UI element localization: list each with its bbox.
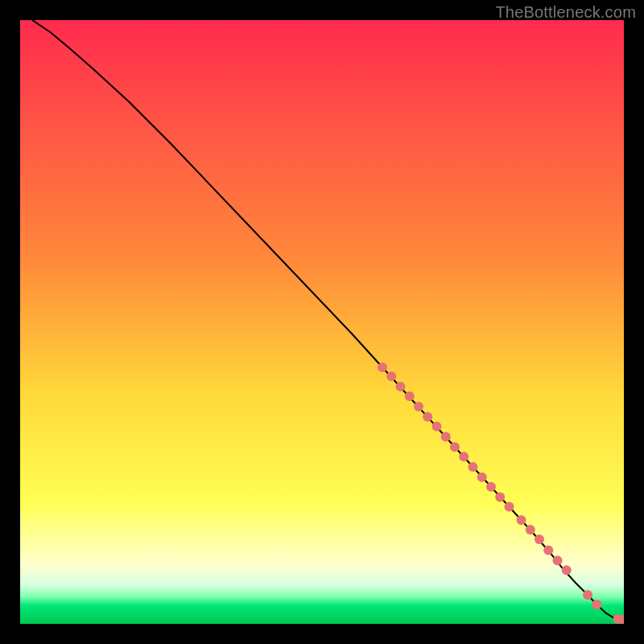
data-point — [386, 372, 396, 382]
data-point — [423, 412, 432, 422]
data-point — [459, 452, 469, 461]
data-point — [432, 422, 442, 431]
data-point — [378, 362, 387, 372]
chart-stage: TheBottleneck.com — [0, 0, 644, 644]
data-point — [543, 546, 553, 555]
data-point — [414, 402, 423, 411]
data-point — [553, 555, 563, 565]
data-point — [477, 473, 487, 482]
data-point — [592, 600, 601, 609]
data-point — [535, 535, 544, 544]
data-point — [441, 432, 451, 442]
data-point — [562, 565, 572, 575]
data-point — [505, 502, 514, 512]
attribution-text: TheBottleneck.com — [495, 3, 636, 22]
data-point — [450, 442, 460, 452]
data-point — [526, 525, 535, 535]
data-point — [583, 590, 592, 600]
data-point — [486, 482, 496, 492]
chart-svg — [20, 20, 624, 624]
data-point — [517, 515, 526, 525]
data-point — [396, 382, 406, 391]
data-point — [469, 462, 478, 472]
data-point — [495, 493, 505, 502]
plot-area — [20, 20, 624, 624]
data-point — [405, 391, 415, 401]
